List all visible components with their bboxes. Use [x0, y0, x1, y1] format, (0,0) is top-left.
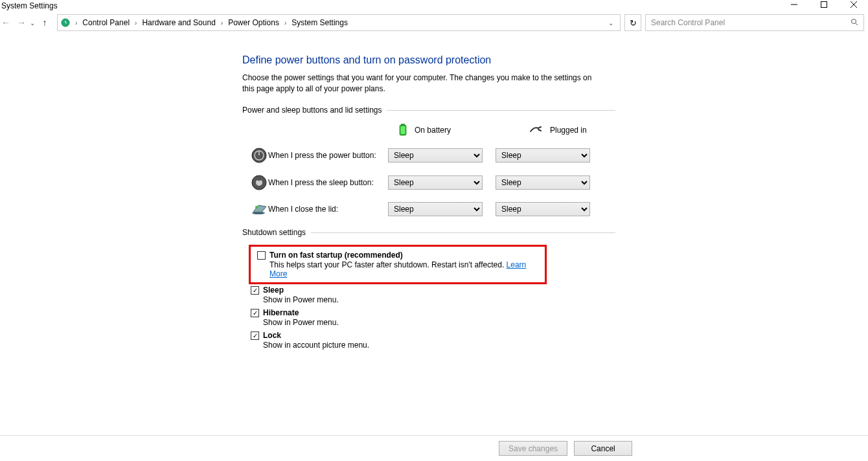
search-box[interactable] [645, 14, 864, 31]
lid-close-label: When I close the lid: [268, 205, 388, 214]
svg-rect-1 [821, 2, 827, 8]
refresh-button[interactable]: ↻ [624, 14, 641, 31]
titlebar: System Settings [0, 0, 868, 12]
hibernate-checkbox[interactable]: ✓ [251, 309, 259, 317]
section-title: Power and sleep buttons and lid settings [242, 106, 387, 115]
minimize-button[interactable] [785, 0, 803, 10]
breadcrumb-system-settings[interactable]: System Settings [291, 18, 348, 27]
fast-startup-desc: This helps start your PC faster after sh… [257, 260, 541, 278]
nav-up-button[interactable]: ↑ [39, 17, 51, 28]
lock-desc: Show in account picture menu. [242, 341, 615, 350]
chevron-right-icon: › [133, 19, 139, 27]
search-icon [851, 18, 858, 28]
power-button-row: When I press the power button: Sleep Sle… [242, 148, 615, 163]
footer: Save changes Cancel [0, 435, 868, 461]
svg-point-14 [252, 212, 265, 214]
lid-battery-select[interactable]: Sleep [388, 202, 483, 216]
on-battery-label: On battery [415, 126, 451, 135]
fast-startup-highlight: Turn on fast startup (recommended) This … [249, 245, 547, 284]
sleep-checkbox[interactable]: ✓ [251, 286, 259, 295]
nav-forward-button[interactable]: → [16, 17, 27, 28]
plugged-in-header: Plugged in [529, 122, 615, 139]
close-button[interactable] [845, 0, 863, 10]
sleep-button-plugged-select[interactable]: Sleep [496, 175, 590, 190]
svg-point-5 [852, 19, 856, 23]
addressbar[interactable]: › Control Panel › Hardware and Sound › P… [57, 14, 621, 31]
chevron-right-icon: › [219, 19, 225, 27]
sleep-label: Sleep [263, 286, 284, 295]
sleep-desc: Show in Power menu. [242, 295, 615, 304]
sleep-button-label: When I press the sleep button: [268, 178, 388, 187]
search-input[interactable] [651, 18, 851, 27]
window-title: System Settings [1, 1, 58, 10]
column-headers: On battery Plugged in [242, 122, 615, 139]
power-button-battery-select[interactable]: Sleep [388, 148, 483, 163]
cancel-button[interactable]: Cancel [574, 441, 632, 456]
laptop-lid-icon [242, 203, 268, 216]
hibernate-label: Hibernate [263, 308, 299, 317]
battery-icon [398, 122, 408, 139]
chevron-right-icon: › [282, 19, 288, 27]
breadcrumb-control-panel[interactable]: Control Panel [82, 18, 130, 27]
toolbar: ← → ⌄ ↑ › Control Panel › Hardware and S… [0, 12, 868, 35]
breadcrumb-power-options[interactable]: Power Options [227, 18, 280, 27]
lock-label: Lock [263, 331, 281, 340]
shutdown-section-header: Shutdown settings [242, 228, 615, 237]
power-button-label: When I press the power button: [268, 151, 388, 160]
breadcrumb-hardware-sound[interactable]: Hardware and Sound [141, 18, 216, 27]
power-button-icon [242, 148, 268, 163]
plug-icon [529, 125, 543, 136]
nav-back-button[interactable]: ← [0, 17, 12, 28]
on-battery-header: On battery [398, 122, 484, 139]
chevron-right-icon: › [73, 19, 79, 27]
plugged-in-label: Plugged in [550, 126, 587, 135]
save-changes-button[interactable]: Save changes [499, 441, 567, 456]
address-dropdown-button[interactable]: ⌄ [604, 19, 617, 27]
main-content: Define power buttons and turn on passwor… [0, 35, 615, 350]
svg-line-6 [856, 23, 858, 25]
sleep-button-icon [242, 175, 268, 190]
fast-startup-checkbox[interactable] [257, 251, 266, 260]
window-controls [785, 0, 863, 10]
section-title: Shutdown settings [242, 228, 311, 237]
hibernate-desc: Show in Power menu. [242, 318, 615, 327]
maximize-button[interactable] [815, 0, 833, 10]
page-heading: Define power buttons and turn on passwor… [242, 54, 615, 66]
power-options-icon [60, 17, 71, 28]
fast-startup-label: Turn on fast startup (recommended) [269, 251, 403, 260]
lid-close-row: When I close the lid: Sleep Sleep [242, 202, 615, 216]
sleep-button-row: When I press the sleep button: Sleep Sle… [242, 175, 615, 190]
sleep-button-battery-select[interactable]: Sleep [388, 175, 483, 190]
lock-checkbox[interactable]: ✓ [251, 332, 259, 340]
svg-point-15 [255, 206, 258, 208]
lid-plugged-select[interactable]: Sleep [496, 202, 590, 216]
nav-history-dropdown[interactable]: ⌄ [30, 19, 35, 27]
power-sleep-section-header: Power and sleep buttons and lid settings [242, 106, 615, 115]
power-button-plugged-select[interactable]: Sleep [496, 148, 590, 163]
svg-rect-9 [401, 126, 405, 134]
page-description: Choose the power settings that you want … [242, 73, 605, 95]
